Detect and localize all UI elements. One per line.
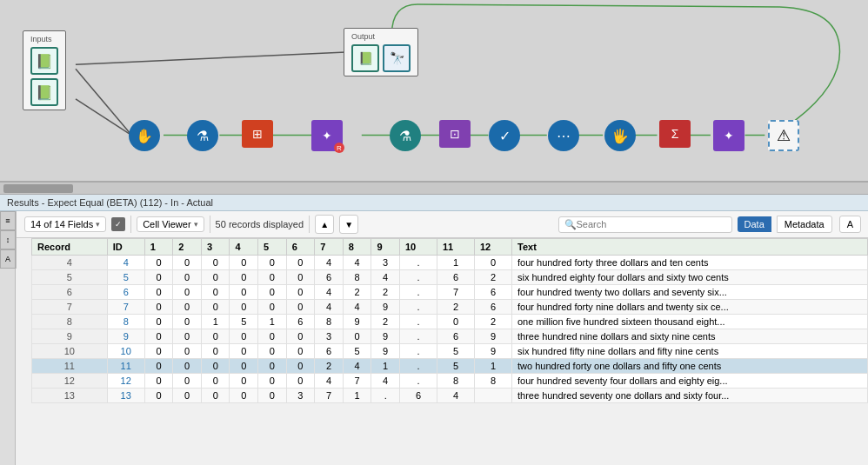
table-cell: 0 xyxy=(173,344,202,359)
table-cell: 8 xyxy=(315,315,344,329)
separator-1 xyxy=(130,216,131,233)
col-12: 12 xyxy=(474,239,511,256)
table-cell: 8 xyxy=(32,315,108,329)
table-cell: 0 xyxy=(201,359,230,374)
filter-icon-btn[interactable]: A xyxy=(0,249,16,269)
cell-viewer-btn[interactable]: Cell Viewer ▾ xyxy=(137,216,204,232)
table-cell: 0 xyxy=(144,315,173,329)
table-row[interactable]: 88001516892.02one million five hundred s… xyxy=(32,315,868,329)
table-cell: six hundred eighty four dollars and sixt… xyxy=(512,270,868,285)
table-cell: 0 xyxy=(144,300,173,315)
table-cell: 4 xyxy=(343,256,371,270)
table-cell: 0 xyxy=(201,256,230,270)
table-cell: 0 xyxy=(286,256,315,270)
table-cell: 2 xyxy=(437,300,474,315)
table-cell: 7 xyxy=(107,300,144,315)
node-cluster[interactable]: ✦ R xyxy=(311,120,343,151)
table-cell: four hundred twenty two dollars and seve… xyxy=(512,285,868,300)
table-cell: 12 xyxy=(107,374,144,389)
node-sigma[interactable]: Σ xyxy=(659,120,691,148)
scroll-up-btn[interactable]: ▲ xyxy=(315,215,334,234)
fields-dropdown-btn[interactable]: 14 of 14 Fields ▾ xyxy=(24,216,106,232)
table-cell: 10 xyxy=(32,344,108,359)
table-cell: 0 xyxy=(258,329,287,344)
table-cell: 0 xyxy=(258,344,287,359)
col-1: 1 xyxy=(144,239,173,256)
table-cell: 0 xyxy=(230,374,258,389)
horizontal-scrollbar[interactable] xyxy=(0,183,868,195)
node-hand2[interactable]: 🖐 xyxy=(604,120,636,151)
results-title-bar: Results - Expect Equal (BETA) (112) - In… xyxy=(0,195,868,211)
table-cell: 5 xyxy=(107,270,144,285)
table-cell: 0 xyxy=(474,256,511,270)
bottom-panel: Results - Expect Equal (BETA) (112) - In… xyxy=(0,183,868,465)
input-node-1[interactable]: 📗 xyxy=(30,47,58,75)
svg-line-1 xyxy=(76,99,131,136)
table-cell: 10 xyxy=(107,344,144,359)
table-cell: 0 xyxy=(286,359,315,374)
table-row[interactable]: 44000000443.10four hundred forty three d… xyxy=(32,256,868,270)
table-cell: 1 xyxy=(258,315,287,329)
table-cell: two hundred forty one dollars and fifty … xyxy=(512,359,868,374)
output-node-1[interactable]: 📗 xyxy=(351,44,379,72)
node-flask[interactable]: ⚗ xyxy=(187,120,218,151)
col-record: Record xyxy=(32,239,108,256)
cell-viewer-arrow: ▾ xyxy=(194,220,198,229)
scroll-down-btn[interactable]: ▼ xyxy=(339,215,358,234)
table-cell: four hundred seventy four dollars and ei… xyxy=(512,374,868,389)
extra-tab-btn[interactable]: A xyxy=(839,216,861,233)
table-cell: 6 xyxy=(32,285,108,300)
table-cell: six hundred fifty nine dollars and fifty… xyxy=(512,344,868,359)
table-cell: 0 xyxy=(258,270,287,285)
node-cluster2[interactable]: ✦ xyxy=(713,120,744,151)
scrollbar-thumb[interactable] xyxy=(3,184,73,193)
node-check[interactable]: ✓ xyxy=(489,120,520,151)
table-cell: 2 xyxy=(371,315,400,329)
table-cell: 12 xyxy=(32,374,108,389)
data-table-container[interactable]: Record ID 1 2 3 4 5 6 7 8 9 10 11 12 xyxy=(31,238,868,465)
table-row[interactable]: 66000000422.76four hundred twenty two do… xyxy=(32,285,868,300)
node-teal-flask[interactable]: ⚗ xyxy=(390,120,421,151)
table-row[interactable]: 1010000000659.59six hundred fifty nine d… xyxy=(32,344,868,359)
table-row[interactable]: 77000000449.26four hundred forty nine do… xyxy=(32,300,868,315)
search-input[interactable] xyxy=(577,219,716,229)
table-cell: 0 xyxy=(286,300,315,315)
inputs-box[interactable]: Inputs 📗 📗 xyxy=(23,30,66,110)
fields-icon-btn[interactable]: ≡ xyxy=(0,211,16,230)
table-cell: 4 xyxy=(343,359,371,374)
sort-icon-btn[interactable]: ↕ xyxy=(0,230,16,249)
fields-extra-btn[interactable]: ✓ xyxy=(111,217,125,231)
table-row[interactable]: 1212000000474.88four hundred seventy fou… xyxy=(32,374,868,389)
table-row[interactable]: 99000000309.69three hundred nine dollars… xyxy=(32,329,868,344)
table-cell: 4 xyxy=(371,374,400,389)
table-cell: . xyxy=(399,300,437,315)
row-icon-strip: ≡ ↕ A xyxy=(0,238,16,465)
node-select[interactable]: ⊡ xyxy=(439,120,471,148)
table-row[interactable]: 1111000000241.51two hundred forty one do… xyxy=(32,359,868,374)
node-warning[interactable]: ⚠ xyxy=(768,120,799,151)
table-row[interactable]: 131300000371.64three hundred seventy one… xyxy=(32,389,868,403)
output-node-2[interactable]: 🔭 xyxy=(383,44,411,72)
node-hand[interactable]: ✋ xyxy=(129,120,160,151)
table-cell: 0 xyxy=(286,270,315,285)
table-cell: 5 xyxy=(437,344,474,359)
table-cell: 6 xyxy=(315,270,344,285)
input-node-2[interactable]: 📗 xyxy=(30,78,58,106)
table-cell: 1 xyxy=(201,315,230,329)
metadata-btn[interactable]: Metadata xyxy=(777,216,832,233)
table-header-row: Record ID 1 2 3 4 5 6 7 8 9 10 11 12 xyxy=(32,239,868,256)
output-box[interactable]: Output 📗 🔭 xyxy=(344,28,418,76)
table-cell: 4 xyxy=(315,285,344,300)
node-table[interactable]: ⊞ xyxy=(242,120,273,148)
separator-2 xyxy=(210,216,210,233)
table-cell: 0 xyxy=(230,329,258,344)
table-cell: . xyxy=(399,344,437,359)
col-2: 2 xyxy=(173,239,202,256)
table-row[interactable]: 55000000684.62six hundred eighty four do… xyxy=(32,270,868,285)
data-btn[interactable]: Data xyxy=(738,216,771,232)
table-cell: 0 xyxy=(144,256,173,270)
search-box[interactable]: 🔍 xyxy=(558,216,732,233)
table-cell: 0 xyxy=(144,374,173,389)
node-dots[interactable]: ⋯ xyxy=(548,120,579,151)
table-cell: 0 xyxy=(144,359,173,374)
